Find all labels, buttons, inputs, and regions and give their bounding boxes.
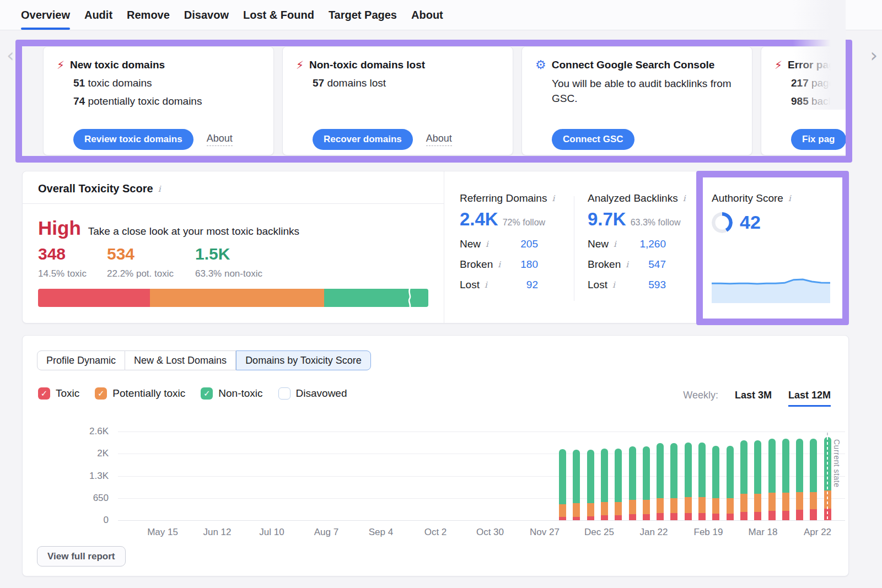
row-value[interactable]: 92 (526, 279, 538, 291)
x-axis-tick-label: Aug 7 (296, 527, 357, 538)
potentially-toxic-bar-segment (740, 494, 747, 512)
lightning-icon: ⚡ (57, 60, 64, 71)
toxicity-stat-label: 63.3% non-toxic (195, 268, 262, 279)
legend-checkbox-non-toxic[interactable]: ✓Non-toxic (201, 387, 262, 400)
toxic-bar-segment (685, 513, 692, 520)
unchecked-checkbox-icon[interactable] (278, 387, 291, 400)
analyzed-backlinks-column: Analyzed Backlinksi9.7K63.3% followNewi1… (588, 192, 666, 291)
connect-gsc-button[interactable]: Connect GSC (552, 129, 634, 150)
row-value[interactable]: 180 (520, 258, 538, 271)
info-icon[interactable]: i (552, 193, 555, 203)
carousel-next-icon[interactable]: › (870, 47, 878, 63)
stacked-bar (573, 450, 580, 520)
alert-cards-carousel: ⚡New toxic domains51 toxic domains74 pot… (22, 46, 846, 156)
toxicity-panel-title: Overall Toxicity Score (38, 182, 153, 195)
nav-tab-remove[interactable]: Remove (127, 0, 170, 30)
toxicity-stat-value: 348 (38, 245, 87, 263)
info-icon[interactable]: i (485, 280, 487, 290)
toxic-bar-segment (712, 514, 719, 520)
authority-score-value: 42 (740, 212, 761, 233)
about-link[interactable]: About (426, 133, 452, 146)
period-option-last-3m[interactable]: Last 3M (735, 390, 772, 405)
row-value[interactable]: 1,260 (639, 238, 666, 250)
row-value[interactable]: 593 (648, 279, 666, 291)
nav-tab-overview[interactable]: Overview (21, 0, 70, 30)
toxic-bar-segment (657, 513, 664, 520)
gridline (118, 431, 845, 432)
about-link[interactable]: About (207, 133, 233, 146)
potentially-toxic-bar-segment (601, 502, 608, 515)
row-value[interactable]: 547 (648, 258, 666, 271)
analyzed_backlinks-row-lost: Losti593 (588, 279, 666, 291)
stat-text: toxic domains (85, 77, 152, 89)
analyzed_backlinks-follow: 63.3% follow (631, 218, 681, 228)
fix-pag-button[interactable]: Fix pag (791, 129, 846, 150)
info-icon[interactable]: i (614, 239, 616, 249)
toxic-bar-segment (559, 517, 566, 520)
checked-checkbox-icon[interactable]: ✓ (95, 387, 107, 400)
nav-tab-lost-found[interactable]: Lost & Found (243, 0, 314, 30)
legend-checkbox-disavowed[interactable]: Disavowed (278, 387, 347, 400)
non-toxic-bar-segment (782, 439, 789, 493)
non-toxic-bar-segment (740, 440, 747, 494)
chart-tab-profile-dynamic[interactable]: Profile Dynamic (37, 350, 125, 370)
row-value[interactable]: 205 (520, 238, 538, 250)
authority-score-block: Authority Score i 42 (712, 192, 830, 233)
nav-tab-label: Remove (127, 9, 170, 21)
nav-tab-about[interactable]: About (411, 0, 443, 30)
info-icon[interactable]: i (626, 260, 628, 269)
potentially-toxic-bar-segment (629, 500, 636, 514)
toxic-bar-segment (615, 515, 622, 520)
card-stat-line: 985 bacl (791, 95, 846, 107)
potentially-toxic-bar-segment (587, 503, 594, 516)
potentially-toxic-bar-segment (559, 504, 566, 517)
row-label: Broken (460, 258, 493, 271)
gridline (118, 520, 845, 521)
nav-tab-audit[interactable]: Audit (84, 0, 112, 30)
toxicity-stat-value: 534 (107, 245, 174, 263)
non-toxic-bar-segment (670, 443, 677, 498)
checked-checkbox-icon[interactable]: ✓ (38, 387, 50, 400)
x-axis-tick-label: Nov 27 (514, 527, 575, 538)
info-icon[interactable]: i (612, 280, 615, 290)
nav-tab-disavow[interactable]: Disavow (184, 0, 229, 30)
stacked-bar (768, 439, 776, 520)
info-icon[interactable]: i (498, 260, 501, 269)
nav-tab-target-pages[interactable]: Target Pages (329, 0, 397, 30)
non-toxic-bar-segment (643, 446, 650, 500)
stat-text: potentially toxic domains (85, 95, 202, 107)
chart-tab-new-lost-domains[interactable]: New & Lost Domains (125, 350, 236, 370)
toxic-bar-segment (740, 512, 747, 520)
non-toxic-bar-segment (768, 439, 776, 493)
legend-label: Non-toxic (218, 387, 262, 400)
review-toxic-domains-button[interactable]: Review toxic domains (73, 129, 193, 150)
info-icon[interactable]: i (158, 184, 161, 194)
view-full-report-button[interactable]: View full report (37, 546, 126, 567)
recover-domains-button[interactable]: Recover domains (313, 129, 413, 150)
card-body-text: You will be able to audit backlinks from… (552, 77, 750, 106)
x-axis-tick-label: May 15 (132, 527, 193, 538)
potentially-toxic-bar-segment (768, 493, 776, 511)
card-stat-line: 74 potentially toxic domains (73, 95, 260, 107)
potentially-toxic-bar-segment (782, 493, 789, 511)
legend-checkbox-toxic[interactable]: ✓Toxic (38, 387, 79, 400)
info-icon[interactable]: i (486, 239, 488, 249)
stat-value: 217 (791, 77, 809, 89)
info-icon[interactable]: i (788, 193, 791, 203)
toxic-bar-segment (573, 517, 580, 520)
carousel-prev-icon[interactable]: ‹ (7, 47, 14, 63)
nav-tab-label: Audit (84, 9, 112, 21)
referring_domains-row-new: Newi205 (460, 238, 538, 250)
chart-tab-domains-by-toxicity-score[interactable]: Domains by Toxicity Score (236, 350, 371, 370)
info-icon[interactable]: i (683, 193, 686, 203)
toxicity-stat-value: 1.5K (195, 245, 262, 263)
toxicity-stat-label: 22.2% pot. toxic (107, 268, 174, 279)
header-divider (23, 203, 444, 204)
checked-checkbox-icon[interactable]: ✓ (201, 387, 213, 400)
card-actions: Recover domainsAbout (313, 129, 452, 150)
period-option-last-12m[interactable]: Last 12M (788, 390, 831, 407)
card-title: New toxic domains (70, 59, 165, 71)
gridline (118, 476, 845, 477)
non-toxic-bar-segment (698, 443, 706, 497)
legend-checkbox-potentially-toxic[interactable]: ✓Potentially toxic (95, 387, 185, 400)
